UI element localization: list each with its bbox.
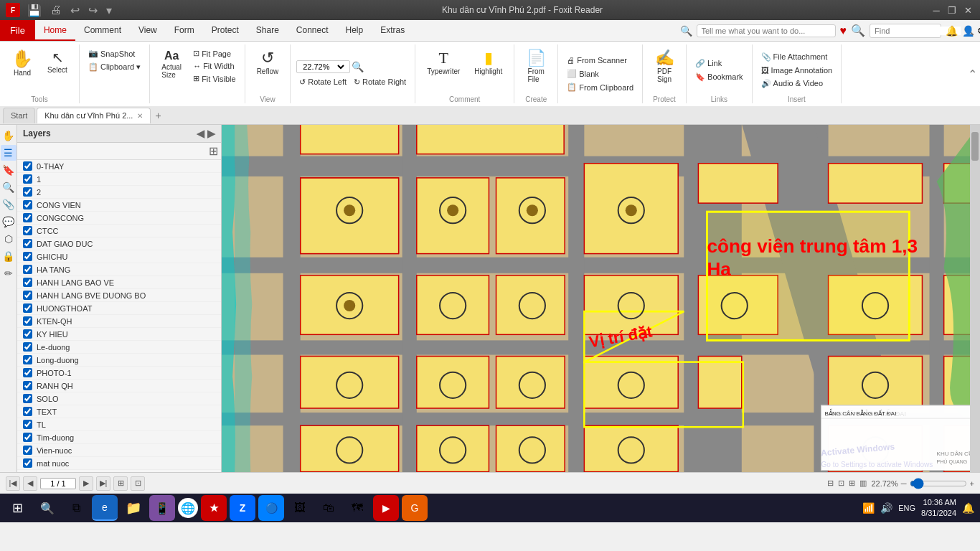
layer-checkbox-ha-tang[interactable] (23, 265, 32, 274)
typewriter-button[interactable]: T Typewriter (421, 47, 466, 78)
actual-size-button[interactable]: Aa ActualSize (156, 47, 187, 82)
view-mode-icon-3[interactable]: ⊞ (849, 479, 855, 488)
layer-checkbox-ghichu[interactable] (23, 252, 32, 261)
taskbar-maps[interactable]: 🗺 (344, 495, 370, 521)
layer-checkbox-1[interactable] (23, 174, 32, 184)
taskbar-viber[interactable]: 📱 (149, 495, 175, 521)
notifications-bell[interactable]: 🔔 (962, 502, 974, 514)
layer-item-2[interactable]: 2 (17, 186, 221, 199)
reflow-button[interactable]: ↺ Reflow (251, 47, 285, 78)
zoom-out-btn[interactable]: ─ (901, 479, 907, 488)
tab-close-icon[interactable]: ✕ (137, 112, 143, 120)
layer-checkbox-ctcc[interactable] (23, 226, 32, 235)
taskbar-clock[interactable]: 10:36 AM 8/31/2024 (921, 497, 956, 519)
tab-home[interactable]: Home (35, 20, 75, 41)
zoom-select[interactable]: 22.72% 50% 75% 100% (300, 62, 347, 72)
tab-connect[interactable]: Connect (288, 20, 337, 41)
ribbon-search-input[interactable] (702, 27, 831, 35)
left-icon-bookmarks[interactable]: 🔖 (1, 162, 17, 178)
layer-item-hanh-lang-bve-duong-bo[interactable]: HANH LANG BVE DUONG BO (17, 289, 221, 302)
layer-checkbox-tim-duong[interactable] (23, 433, 32, 442)
layer-item-le-duong[interactable]: Le-duong (17, 341, 221, 354)
tab-extras[interactable]: Extras (372, 20, 413, 41)
save-icon[interactable]: 💾 (24, 2, 44, 19)
from-clipboard-button[interactable]: 📋 From Clipboard (564, 81, 636, 93)
ribbon-expand-icon[interactable]: ⌃ (968, 67, 977, 81)
layer-checkbox-kten-qh[interactable] (23, 316, 32, 326)
layer-item-ky-hieu[interactable]: KY HIEU (17, 328, 221, 341)
layer-item-photo-1[interactable]: PHOTO-1 (17, 367, 221, 380)
layer-item-kten-qh[interactable]: KTEN-QH (17, 315, 221, 328)
new-tab-icon[interactable]: + (155, 110, 161, 121)
fit-width-status[interactable]: ⊡ (131, 476, 145, 491)
layer-checkbox-cong-vien[interactable] (23, 200, 32, 209)
taskbar-edge[interactable]: e (92, 495, 118, 521)
vertical-scrollbar[interactable] (970, 125, 980, 472)
link-button[interactable]: 🔗 Link (692, 57, 725, 70)
tab-help[interactable]: Help (337, 20, 372, 41)
pdf-viewer[interactable]: công viên trung tâm 1,3 Ha Vị trí đặt BẢ… (222, 125, 980, 472)
tab-start[interactable]: Start (3, 108, 35, 123)
clipboard-button[interactable]: 📋 Clipboard ▾ (85, 61, 143, 73)
pdf-sign-button[interactable]: ✍ PDFSign (649, 47, 680, 86)
taskbar-blue-app[interactable]: 🔵 (258, 495, 284, 521)
print-icon[interactable]: 🖨 (47, 2, 65, 18)
layer-checkbox-long-duong[interactable] (23, 355, 32, 364)
left-icon-search[interactable]: 🔍 (1, 179, 17, 195)
left-icon-layers[interactable]: ☰ (1, 145, 17, 161)
image-annotation-button[interactable]: 🖼 Image Annotation (758, 65, 836, 76)
nav-next-page[interactable]: ▶ (79, 476, 93, 491)
rotate-left-button[interactable]: ↺ Rotate Left (296, 76, 349, 88)
layer-item-vien-nuoc[interactable]: Vien-nuoc (17, 444, 221, 457)
ribbon-search2-icon[interactable]: 🔍 (851, 24, 865, 37)
user-icon[interactable]: 👤 (962, 25, 974, 37)
restore-button[interactable]: ❐ (946, 4, 958, 17)
layer-item-solo[interactable]: SOLO (17, 392, 221, 405)
volume-icon[interactable]: 🔊 (880, 502, 892, 514)
nav-first-page[interactable]: |◀ (6, 476, 20, 491)
layer-item-ranh-qh[interactable]: RANH QH (17, 380, 221, 392)
snapshot-button[interactable]: 📷 SnapShot (85, 47, 138, 60)
tab-protect[interactable]: Protect (203, 20, 248, 41)
nav-last-page[interactable]: ▶| (96, 476, 110, 491)
layer-checkbox-0-thay[interactable] (23, 161, 32, 171)
layer-item-hanh-lang-bao-ve[interactable]: HANH LANG BAO VE (17, 276, 221, 289)
highlight-button[interactable]: ▮ Highlight (468, 47, 508, 78)
fit-page-button[interactable]: ⊡ Fit Page (190, 47, 238, 60)
layer-item-mat-nuoc[interactable]: mat nuoc (17, 457, 221, 470)
fit-width-button[interactable]: ↔ Fit Width (190, 60, 238, 72)
layer-checkbox-le-duong[interactable] (23, 342, 32, 352)
layer-item-tl[interactable]: TL (17, 418, 221, 431)
language-indicator[interactable]: ENG (898, 504, 915, 512)
sidebar-prev-icon[interactable]: ◀ (197, 128, 204, 139)
redo-icon[interactable]: ↪ (85, 2, 100, 19)
close-button[interactable]: ✕ (961, 4, 974, 17)
layers-list[interactable]: 0-THAY12CONG VIENCONGCONGCTCCDAT GIAO DU… (17, 160, 221, 472)
tab-comment[interactable]: Comment (75, 20, 130, 41)
zoom-in-icon[interactable]: 🔍 (352, 61, 364, 72)
taskbar-red-app[interactable]: ▶ (373, 495, 399, 521)
ribbon-search-box[interactable] (697, 24, 836, 37)
view-mode-icon-4[interactable]: ▥ (859, 479, 867, 488)
layer-checkbox-text[interactable] (23, 407, 32, 416)
layer-item-tim-duong[interactable]: Tim-duong (17, 431, 221, 444)
layer-checkbox-2[interactable] (23, 187, 32, 197)
from-file-button[interactable]: 📄 FromFile (520, 47, 552, 86)
layer-checkbox-ranh-qh[interactable] (23, 381, 32, 390)
layer-item-huongthoat[interactable]: HUONGTHOAT (17, 302, 221, 315)
taskbar-app5[interactable]: ★ (201, 495, 227, 521)
left-icon-edit[interactable]: ✏ (1, 265, 17, 281)
taskbar-photos[interactable]: 🖼 (287, 495, 313, 521)
layer-item-1[interactable]: 1 (17, 173, 221, 186)
network-icon[interactable]: 📶 (862, 502, 875, 514)
layer-item-ctcc[interactable]: CTCC (17, 225, 221, 237)
taskbar-explorer[interactable]: 📁 (121, 495, 146, 521)
layer-item-ghichu[interactable]: GHICHU (17, 250, 221, 263)
layer-item-long-duong[interactable]: Long-duong (17, 354, 221, 367)
fit-page-status[interactable]: ⊞ (113, 476, 128, 491)
from-scanner-button[interactable]: 🖨 From Scanner (564, 55, 630, 66)
layer-checkbox-hanh-lang-bao-ve[interactable] (23, 278, 32, 287)
windows-start-button[interactable]: ⊞ (6, 496, 29, 519)
file-attachment-button[interactable]: 📎 File Attachment (758, 51, 831, 63)
layer-item-0-thay[interactable]: 0-THAY (17, 160, 221, 173)
